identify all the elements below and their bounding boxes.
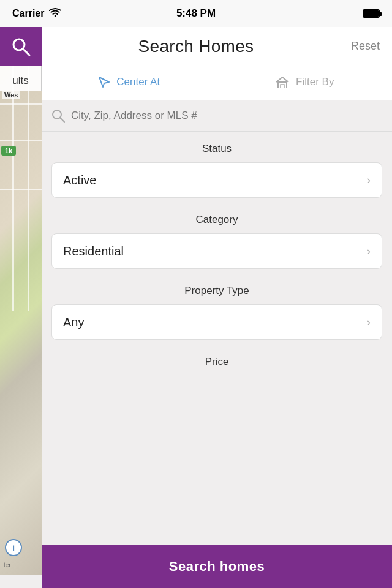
property-type-label: Property Type — [51, 285, 382, 297]
search-bar — [42, 100, 392, 132]
category-label: Category — [51, 214, 382, 226]
status-bar-right — [363, 9, 380, 18]
status-bar-left: Carrier — [12, 8, 61, 19]
search-homes-label: Search homes — [169, 559, 265, 575]
map-info-button[interactable]: i — [5, 539, 22, 556]
road — [0, 103, 42, 105]
svg-marker-2 — [99, 77, 109, 87]
wifi-icon — [49, 8, 61, 19]
category-chevron-icon: › — [367, 245, 371, 258]
tabs-container: Center At Filter By — [42, 66, 392, 100]
main-content: Status Active › Category Residential › P… — [42, 100, 392, 545]
status-label: Status — [51, 143, 382, 155]
search-bar-icon — [51, 109, 65, 123]
location-arrow-icon — [98, 76, 110, 88]
tab-filter-by[interactable]: Filter By — [217, 66, 393, 100]
property-type-section: Property Type Any › — [42, 274, 392, 345]
property-type-value: Any — [63, 315, 84, 330]
map-label: Wes — [2, 91, 20, 99]
page-title: Search Homes — [138, 37, 254, 56]
category-section: Category Residential › — [42, 203, 392, 274]
tab-center-at-label: Center At — [116, 76, 160, 88]
tab-center-at[interactable]: Center At — [42, 66, 217, 100]
road — [0, 140, 42, 141]
carrier-label: Carrier — [12, 8, 44, 19]
battery-icon — [363, 9, 380, 18]
status-chevron-icon: › — [367, 174, 371, 187]
reset-button[interactable]: Reset — [351, 40, 380, 53]
price-marker: 1k — [1, 146, 16, 156]
search-input[interactable] — [71, 110, 382, 122]
svg-rect-3 — [278, 82, 287, 88]
map-attribution: ter — [4, 562, 11, 568]
status-bar: Carrier 5:48 PM — [0, 0, 392, 27]
results-label: ults — [10, 71, 31, 91]
search-homes-button[interactable]: Search homes — [42, 545, 392, 588]
menu-button[interactable] — [0, 27, 42, 66]
svg-line-6 — [61, 118, 65, 123]
map-area: Wes 1k i ter — [0, 66, 42, 575]
results-tab[interactable]: ults — [0, 66, 42, 91]
price-label: Price — [51, 356, 382, 368]
house-icon — [275, 76, 290, 88]
road — [12, 66, 14, 311]
property-type-chevron-icon: › — [367, 316, 371, 329]
header: Search Homes Reset — [0, 27, 392, 66]
status-section: Status Active › — [42, 132, 392, 203]
category-value: Residential — [63, 244, 124, 258]
road — [28, 66, 29, 311]
category-option-row[interactable]: Residential › — [51, 233, 382, 269]
road — [0, 189, 42, 190]
status-option-row[interactable]: Active › — [51, 162, 382, 198]
status-bar-time: 5:48 PM — [176, 7, 216, 20]
price-section: Price — [42, 345, 392, 380]
search-icon — [10, 36, 32, 58]
property-type-option-row[interactable]: Any › — [51, 304, 382, 340]
status-value: Active — [63, 173, 96, 187]
tab-filter-by-label: Filter By — [296, 76, 334, 88]
svg-line-1 — [23, 49, 29, 55]
map-background: Wes 1k i ter — [0, 66, 42, 575]
